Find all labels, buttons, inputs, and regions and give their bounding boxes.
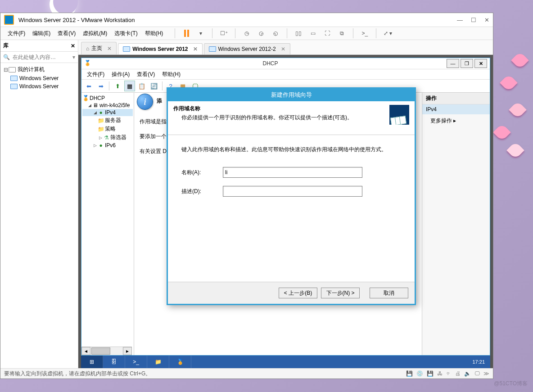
tree-ipv4[interactable]: ◢●IPv4 bbox=[82, 109, 133, 116]
next-button[interactable]: 下一步(N) > bbox=[321, 288, 360, 298]
tree-my-computer[interactable]: ⊟ 我的计算机 bbox=[0, 65, 78, 74]
library-close-button[interactable]: ✕ bbox=[71, 43, 75, 49]
refresh-button[interactable]: 🔄 bbox=[149, 81, 159, 91]
wizard-header-icon bbox=[389, 105, 409, 125]
fullscreen-button[interactable]: ⤢ ▾ bbox=[382, 28, 393, 38]
library-search-input[interactable] bbox=[12, 54, 72, 61]
task-explorer[interactable]: 📁 bbox=[147, 356, 169, 368]
close-button[interactable]: ✕ bbox=[484, 17, 489, 23]
task-powershell[interactable]: >_ bbox=[125, 356, 147, 368]
export-button[interactable]: 📋 bbox=[136, 81, 147, 91]
actions-section: IPv4 bbox=[422, 104, 490, 114]
dhcp-root-icon: 🏅 bbox=[82, 95, 89, 101]
mmc-menu-file[interactable]: 文件(F) bbox=[83, 70, 108, 79]
tree-vm-2[interactable]: Windows Server bbox=[0, 82, 78, 90]
new-scope-wizard: 新建作用域向导 作用域名称 你必须提供一个用于识别的作用域名称。你还可以提供一个… bbox=[167, 87, 416, 305]
mmc-menu-action[interactable]: 操作(A) bbox=[108, 70, 133, 79]
status-usb-icon[interactable]: ᯤ bbox=[446, 370, 452, 377]
start-button[interactable]: ⊞ bbox=[81, 356, 103, 368]
console-button[interactable]: >_ bbox=[359, 28, 370, 38]
snapshot-take-button[interactable]: ◷ bbox=[241, 28, 253, 38]
unity-button[interactable]: ⛶ bbox=[321, 28, 333, 38]
cancel-button[interactable]: 取消 bbox=[370, 288, 408, 298]
tree-ipv6[interactable]: ▷●IPv6 bbox=[82, 142, 133, 149]
vm-display[interactable]: 🏅 DHCP — ❐ ✕ 文件(F) 操作(A) bbox=[78, 55, 493, 368]
snapshot-revert-button[interactable]: ◶ bbox=[255, 28, 267, 38]
monitor-icon bbox=[9, 67, 16, 72]
tree-policies[interactable]: 📁策略 bbox=[82, 125, 133, 133]
back-button[interactable]: ⬅ bbox=[83, 81, 94, 91]
snapshot-manage-button[interactable]: ◵ bbox=[270, 28, 281, 38]
tree-server[interactable]: ◢🖥win-k4o2i5fe bbox=[82, 102, 133, 109]
menu-file[interactable]: 文件(F) bbox=[4, 28, 29, 39]
back-button[interactable]: < 上一步(B) bbox=[279, 288, 317, 298]
mmc-maximize-button[interactable]: ❐ bbox=[461, 59, 473, 68]
tab-home[interactable]: ⌂ 主页 ✕ bbox=[81, 42, 117, 54]
status-cd-icon[interactable]: 💿 bbox=[416, 370, 423, 377]
guest-clock[interactable]: 17:21 bbox=[467, 359, 490, 365]
status-floppy-icon[interactable]: 💾 bbox=[427, 370, 434, 377]
task-dhcp[interactable]: 🏅 bbox=[169, 356, 191, 368]
search-dropdown-icon[interactable]: ▾ bbox=[72, 54, 75, 60]
wizard-hint: 键入此作用域的名称和描述。此信息可帮助你快速识别该作用域在网络中的使用方式。 bbox=[181, 146, 401, 153]
mmc-tree: 🏅DHCP ◢🖥win-k4o2i5fe ◢●IPv4 📁服务器 📁策略 ▷⚗筛… bbox=[81, 93, 134, 355]
wizard-title: 新建作用域向导 bbox=[168, 89, 415, 101]
tree-filters[interactable]: ▷⚗筛选器 bbox=[82, 133, 133, 142]
menu-vm[interactable]: 虚拟机(M) bbox=[79, 28, 111, 39]
tab-vm-active[interactable]: Windows Server 2012 ✕ bbox=[118, 43, 202, 54]
watermark: @51CTO博客 bbox=[494, 380, 528, 387]
status-hdd-icon[interactable]: 💾 bbox=[406, 370, 413, 377]
power-dropdown[interactable]: ▾ bbox=[195, 28, 207, 38]
vmware-tabs: ⌂ 主页 ✕ Windows Server 2012 ✕ Windows Ser… bbox=[78, 40, 493, 55]
actions-title: 操作 bbox=[422, 93, 490, 104]
tree-server-options[interactable]: 📁服务器 bbox=[82, 116, 133, 125]
menu-help[interactable]: 帮助(H) bbox=[141, 28, 167, 39]
pause-button[interactable] bbox=[181, 28, 192, 38]
snapshot-button[interactable]: ☐⁺ bbox=[218, 28, 230, 38]
vm-icon bbox=[123, 46, 130, 52]
thumbnail-button[interactable]: ⧉ bbox=[336, 28, 348, 38]
up-button[interactable]: ⬆ bbox=[112, 81, 123, 91]
task-server-manager[interactable]: 🗄 bbox=[103, 356, 125, 368]
tab-vm-2[interactable]: Windows Server 2012-2 ✕ bbox=[204, 43, 290, 54]
tree-vm-1[interactable]: Windows Server bbox=[0, 74, 78, 82]
status-more-icon[interactable]: ≫ bbox=[483, 370, 489, 377]
status-printer-icon[interactable]: 🖨 bbox=[455, 370, 461, 377]
mmc-menu-help[interactable]: 帮助(H) bbox=[158, 70, 184, 79]
name-label: 名称(A): bbox=[181, 169, 223, 176]
vm-icon bbox=[10, 76, 18, 81]
tab-close-icon[interactable]: ✕ bbox=[281, 46, 285, 52]
view-single-button[interactable]: ▯▯ bbox=[293, 28, 304, 38]
menu-tabs[interactable]: 选项卡(T) bbox=[111, 28, 141, 39]
actions-more[interactable]: 更多操作 ▸ bbox=[422, 114, 490, 127]
forward-button[interactable]: ➡ bbox=[95, 81, 106, 91]
mmc-menubar: 文件(F) 操作(A) 查看(V) 帮助(H) bbox=[81, 69, 490, 80]
library-search[interactable]: 🔍 ▾ bbox=[0, 52, 78, 63]
info-icon: i bbox=[137, 94, 153, 110]
maximize-button[interactable]: ☐ bbox=[471, 17, 476, 23]
minimize-button[interactable]: — bbox=[457, 17, 463, 23]
scope-name-input[interactable] bbox=[223, 167, 362, 178]
menu-edit[interactable]: 编辑(E) bbox=[29, 28, 54, 39]
tree-dhcp-root[interactable]: 🏅DHCP bbox=[82, 95, 133, 102]
show-hide-button[interactable]: ▦ bbox=[124, 81, 135, 91]
tab-close-icon[interactable]: ✕ bbox=[107, 45, 112, 52]
mmc-menu-view[interactable]: 查看(V) bbox=[133, 70, 158, 79]
home-icon: ⌂ bbox=[86, 45, 89, 52]
mmc-minimize-button[interactable]: — bbox=[447, 59, 459, 68]
scope-desc-input[interactable] bbox=[223, 186, 362, 197]
tree-scrollbar[interactable]: ◂▸ bbox=[81, 347, 132, 355]
view-split-button[interactable]: ▭ bbox=[307, 28, 319, 38]
menu-view[interactable]: 查看(V) bbox=[54, 28, 79, 39]
status-sound-icon[interactable]: 🔈 bbox=[464, 370, 471, 377]
mmc-actions-pane: 操作 IPv4 更多操作 ▸ bbox=[422, 93, 490, 355]
vmware-logo-icon bbox=[4, 15, 14, 25]
status-display-icon[interactable]: 🖵 bbox=[474, 370, 480, 377]
vmware-title: Windows Server 2012 - VMware Workstation bbox=[18, 17, 457, 23]
status-net-icon[interactable]: 🖧 bbox=[437, 370, 443, 377]
ipv6-icon: ● bbox=[98, 142, 104, 149]
vmware-titlebar: Windows Server 2012 - VMware Workstation… bbox=[0, 13, 493, 27]
mmc-close-button[interactable]: ✕ bbox=[474, 59, 487, 68]
tab-close-icon[interactable]: ✕ bbox=[193, 46, 198, 52]
wizard-header-sub: 你必须提供一个用于识别的作用域名称。你还可以提供一个描述(可选)。 bbox=[173, 114, 389, 122]
